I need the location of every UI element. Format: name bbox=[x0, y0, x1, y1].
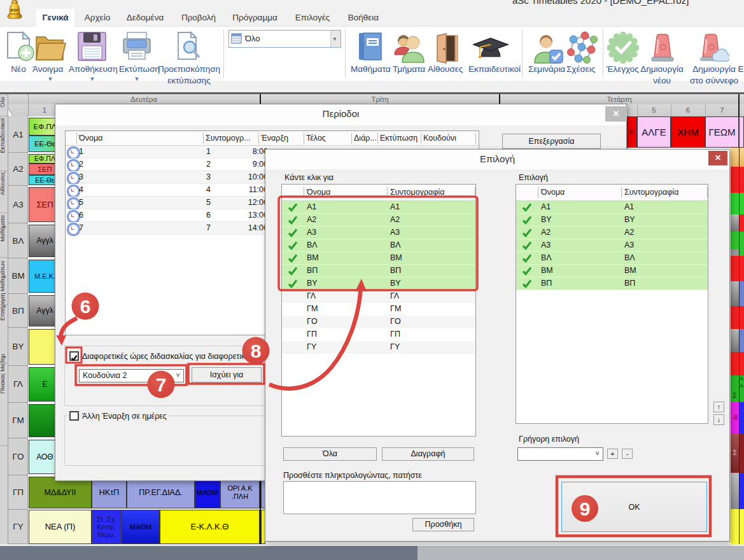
svg-text:asc: asc bbox=[10, 7, 19, 13]
